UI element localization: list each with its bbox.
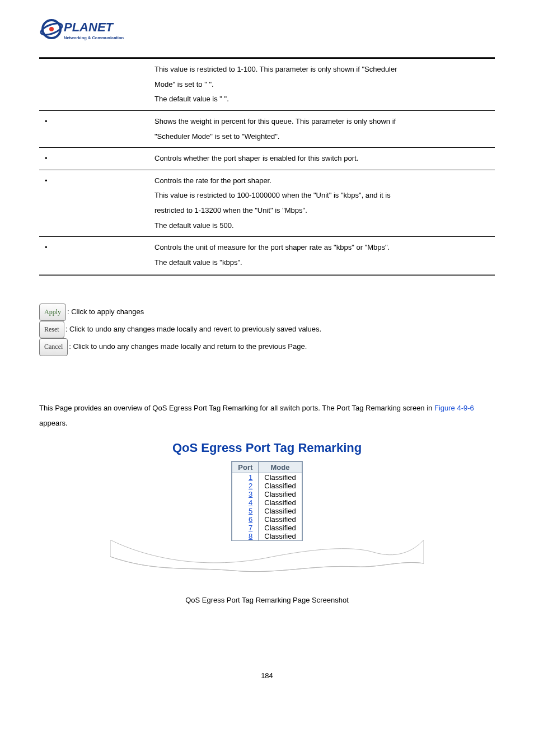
table-row: • Controls the rate for the port shaper.… <box>39 170 495 237</box>
table-row: 5Classified <box>232 507 302 515</box>
buttons-block: Apply: Click to apply changes Reset: Cli… <box>39 304 495 356</box>
qos-remarking-table: Port Mode 1Classified 2Classified 3Class… <box>231 461 302 541</box>
figure-caption: QoS Egress Port Tag Remarking Page Scree… <box>39 596 495 604</box>
mode-cell: Classified <box>259 473 302 482</box>
text-line: Controls the unit of measure for the por… <box>154 243 390 251</box>
intro-text: This Page provides an overview of QoS Eg… <box>39 404 434 412</box>
param-desc: Shows the weight in percent for this que… <box>151 110 495 147</box>
param-label: • <box>39 148 151 170</box>
intro-text-b: appears. <box>39 419 68 427</box>
col-mode: Mode <box>259 462 302 473</box>
page-number: 184 <box>39 671 495 680</box>
text-line: Shows the weight in percent for this que… <box>154 117 396 125</box>
table-row: • Controls the unit of measure for the p… <box>39 237 495 274</box>
param-desc: Controls the rate for the port shaper. T… <box>151 170 495 237</box>
mode-cell: Classified <box>259 498 302 507</box>
section-body: This Page provides an overview of QoS Eg… <box>39 401 495 431</box>
mode-cell: Classified <box>259 532 302 540</box>
qos-title: QoS Egress Port Tag Remarking <box>39 441 495 455</box>
table-header-row: Port Mode <box>232 462 302 473</box>
parameters-table: This value is restricted to 1-100. This … <box>39 57 495 276</box>
text-line: The default value is "kbps". <box>154 258 242 267</box>
brand-logo: PLANET Networking & Communication <box>39 17 495 47</box>
param-label: • <box>39 170 151 237</box>
apply-button[interactable]: Apply <box>39 304 66 321</box>
torn-paper-overlay <box>110 540 424 579</box>
param-desc: This value is restricted to 1-100. This … <box>151 58 495 111</box>
reset-button[interactable]: Reset <box>39 321 64 338</box>
table-row: 3Classified <box>232 490 302 498</box>
table-row: 8Classified <box>232 532 302 540</box>
text-line: The default value is 500. <box>154 221 234 230</box>
svg-text:PLANET: PLANET <box>64 20 114 34</box>
svg-text:Networking & Communication: Networking & Communication <box>64 35 124 40</box>
mode-cell: Classified <box>259 515 302 524</box>
cancel-button[interactable]: Cancel <box>39 338 68 356</box>
param-label <box>39 58 151 111</box>
port-link[interactable]: 3 <box>232 490 259 498</box>
param-label: • <box>39 110 151 147</box>
text-line: "Scheduler Mode" is set to "Weighted". <box>154 132 279 141</box>
table-row: 7Classified <box>232 524 302 532</box>
reset-desc: : Click to undo any changes made locally… <box>65 325 321 333</box>
figure-reference-link[interactable]: Figure 4-9-6 <box>434 404 474 412</box>
param-label: • <box>39 237 151 274</box>
mode-cell: Classified <box>259 482 302 490</box>
table-row: 6Classified <box>232 515 302 524</box>
table-row: 1Classified <box>232 473 302 482</box>
table-row: • Shows the weight in percent for this q… <box>39 110 495 147</box>
planet-logo-icon: PLANET Networking & Communication <box>39 17 140 45</box>
port-link[interactable]: 5 <box>232 507 259 515</box>
mode-cell: Classified <box>259 524 302 532</box>
port-link[interactable]: 2 <box>232 482 259 490</box>
text-line: Controls the rate for the port shaper. <box>154 176 271 185</box>
text-line: restricted to 1-13200 when the "Unit" is… <box>154 206 307 214</box>
port-link[interactable]: 6 <box>232 515 259 524</box>
text-line: Mode" is set to " ". <box>154 80 214 88</box>
text-line: This value is restricted to 1-100. This … <box>154 65 397 73</box>
port-link[interactable]: 1 <box>232 473 259 482</box>
cancel-desc: : Click to undo any changes made locally… <box>69 343 307 351</box>
port-link[interactable]: 7 <box>232 524 259 532</box>
table-row: 4Classified <box>232 498 302 507</box>
param-desc: Controls the unit of measure for the por… <box>151 237 495 274</box>
text-line: Controls whether the port shaper is enab… <box>154 154 358 162</box>
table-row: • Controls whether the port shaper is en… <box>39 148 495 170</box>
table-row: This value is restricted to 1-100. This … <box>39 58 495 111</box>
port-link[interactable]: 8 <box>232 532 259 540</box>
apply-desc: : Click to apply changes <box>67 307 144 316</box>
param-desc: Controls whether the port shaper is enab… <box>151 148 495 170</box>
text-line: This value is restricted to 100-1000000 … <box>154 191 391 199</box>
text-line: The default value is " ". <box>154 95 229 103</box>
mode-cell: Classified <box>259 490 302 498</box>
mode-cell: Classified <box>259 507 302 515</box>
col-port: Port <box>232 462 259 473</box>
port-link[interactable]: 4 <box>232 498 259 507</box>
svg-point-2 <box>49 27 54 31</box>
table-row: 2Classified <box>232 482 302 490</box>
